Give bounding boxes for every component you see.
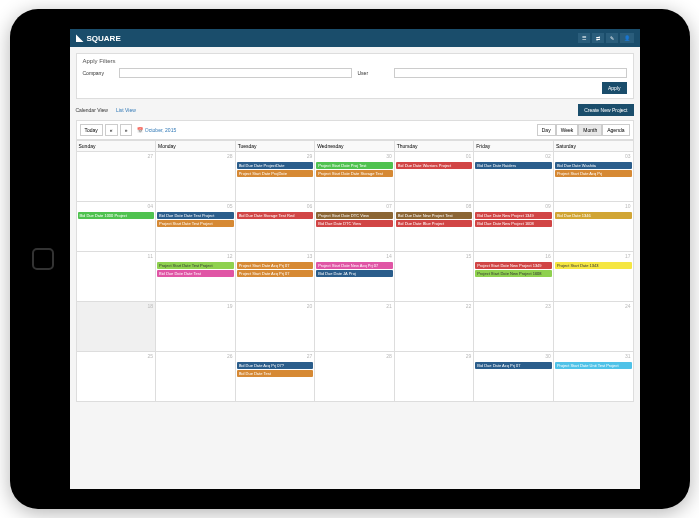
calendar-cell[interactable]: 29 bbox=[394, 352, 474, 402]
calendar-event[interactable]: Project Start Date Test Project bbox=[157, 220, 234, 227]
day-number: 17 bbox=[625, 253, 631, 259]
create-project-button[interactable]: Create New Project bbox=[578, 104, 633, 116]
company-input[interactable] bbox=[119, 68, 352, 78]
calendar-cell[interactable]: 31Project Start Date Unit Test Project bbox=[553, 352, 633, 402]
calendar-cell[interactable]: 01Bid Due Date Warriors Project bbox=[394, 152, 474, 202]
calendar-cell[interactable]: 15 bbox=[394, 252, 474, 302]
day-number: 31 bbox=[625, 353, 631, 359]
company-label: Company bbox=[83, 70, 113, 76]
calendar-event[interactable]: Bid Due Date Acq Prj 07 bbox=[475, 362, 552, 369]
header-icon-3[interactable]: ✎ bbox=[606, 33, 618, 43]
app-screen: SQUARE ☰ ⇄ ✎ 👤 Apply Filters Company Use… bbox=[70, 29, 640, 489]
calendar-event[interactable]: Project Start Date Acq Prj 07 bbox=[237, 262, 314, 269]
month-view-button[interactable]: Month bbox=[578, 124, 602, 136]
header-icon-4[interactable]: 👤 bbox=[620, 33, 634, 43]
calendar-cell[interactable]: 04Bid Due Date 1000 Project bbox=[76, 202, 156, 252]
calendar-cell[interactable]: 20 bbox=[235, 302, 315, 352]
calendar-cell[interactable]: 24 bbox=[553, 302, 633, 352]
calendar-cell[interactable]: 12Project Start Date Test ProjectBid Due… bbox=[156, 252, 236, 302]
calendar-cell[interactable]: 30Bid Due Date Acq Prj 07 bbox=[474, 352, 554, 402]
calendar-event[interactable]: Project Start Date New Project 1608 bbox=[475, 270, 552, 277]
calendar-cell[interactable]: 13Project Start Date Acq Prj 07Project S… bbox=[235, 252, 315, 302]
calendar-cell[interactable]: 06Bid Due Date Storage Test Red bbox=[235, 202, 315, 252]
day-number: 20 bbox=[307, 303, 313, 309]
calendar-event[interactable]: Project Start Date DTC View bbox=[316, 212, 393, 219]
prev-button[interactable]: « bbox=[105, 124, 118, 136]
calendar-cell[interactable]: 02Bid Due Date Raiders bbox=[474, 152, 554, 202]
calendar-event[interactable]: Bid Due Date Raiders bbox=[475, 162, 552, 169]
calendar-event[interactable]: Project Start Date Acq Prj bbox=[555, 170, 632, 177]
tab-list[interactable]: List View bbox=[116, 107, 136, 113]
calendar-cell[interactable]: 27Bid Due Date Acq Prj 07?Bid Due Date T… bbox=[235, 352, 315, 402]
day-number: 28 bbox=[386, 353, 392, 359]
calendar-cell[interactable]: 22 bbox=[394, 302, 474, 352]
day-number: 28 bbox=[227, 153, 233, 159]
calendar-event[interactable]: Project Start Date Date Storage Test bbox=[316, 170, 393, 177]
calendar-cell[interactable]: 29Bid Due Date ProjectDateProject Start … bbox=[235, 152, 315, 202]
calendar-event[interactable]: Bid Due Date 1346 bbox=[555, 212, 632, 219]
calendar-event[interactable]: Bid Due Date ProjectDate bbox=[237, 162, 314, 169]
calendar-event[interactable]: Bid Due Date Blue Project bbox=[396, 220, 473, 227]
calendar-cell[interactable]: 05Bid Due Date Date Test ProjectProject … bbox=[156, 202, 236, 252]
tab-calendar[interactable]: Calendar View bbox=[76, 107, 108, 113]
day-number: 03 bbox=[625, 153, 631, 159]
calendar-event[interactable]: Project Start Date 1343 bbox=[555, 262, 632, 269]
today-button[interactable]: Today bbox=[80, 124, 103, 136]
tablet-frame: SQUARE ☰ ⇄ ✎ 👤 Apply Filters Company Use… bbox=[10, 9, 690, 509]
calendar-cell[interactable]: 25 bbox=[76, 352, 156, 402]
calendar-event[interactable]: Project Start Date ProjDate bbox=[237, 170, 314, 177]
calendar-event[interactable]: Project Start Date New Project 1349 bbox=[475, 262, 552, 269]
calendar-event[interactable]: Project Start Date Test Project bbox=[157, 262, 234, 269]
calendar-cell[interactable]: 11 bbox=[76, 252, 156, 302]
calendar-cell[interactable]: 10Bid Due Date 1346 bbox=[553, 202, 633, 252]
calendar-cell[interactable]: 26 bbox=[156, 352, 236, 402]
calendar-event[interactable]: Project Start Date New Acq Prj 07 bbox=[316, 262, 393, 269]
calendar-event[interactable]: Bid Due Date New Project 1608 bbox=[475, 220, 552, 227]
calendar-cell[interactable]: 28 bbox=[315, 352, 395, 402]
day-header: Thursday bbox=[394, 141, 474, 152]
day-view-button[interactable]: Day bbox=[537, 124, 556, 136]
calendar-event[interactable]: Bid Due Date Acq Prj 07? bbox=[237, 362, 314, 369]
calendar-cell[interactable]: 17Project Start Date 1343 bbox=[553, 252, 633, 302]
calendar-event[interactable]: Bid Due Date Date Test Project bbox=[157, 212, 234, 219]
agenda-view-button[interactable]: Agenda bbox=[602, 124, 629, 136]
calendar-cell[interactable]: 03Bid Due Date WashitaProject Start Date… bbox=[553, 152, 633, 202]
user-input[interactable] bbox=[394, 68, 627, 78]
app-header: SQUARE ☰ ⇄ ✎ 👤 bbox=[70, 29, 640, 47]
calendar-cell[interactable]: 28 bbox=[156, 152, 236, 202]
calendar-cell[interactable]: 19 bbox=[156, 302, 236, 352]
next-button[interactable]: » bbox=[120, 124, 133, 136]
calendar-cell[interactable]: 21 bbox=[315, 302, 395, 352]
calendar-event[interactable]: Project Start Date Proj Test bbox=[316, 162, 393, 169]
calendar-cell[interactable]: 14Project Start Date New Acq Prj 07Bid D… bbox=[315, 252, 395, 302]
apply-button[interactable]: Apply bbox=[602, 82, 627, 94]
filter-panel: Apply Filters Company User Apply bbox=[76, 53, 634, 99]
calendar-event[interactable]: Project Start Date Acq Prj 07 bbox=[237, 270, 314, 277]
calendar-event[interactable]: Project Start Date Unit Test Project bbox=[555, 362, 632, 369]
calendar-cell[interactable]: 23 bbox=[474, 302, 554, 352]
day-number: 14 bbox=[386, 253, 392, 259]
calendar-cell[interactable]: 27 bbox=[76, 152, 156, 202]
calendar-event[interactable]: Bid Due Date JA Proj bbox=[316, 270, 393, 277]
calendar-event[interactable]: Bid Due Date New Project 1349 bbox=[475, 212, 552, 219]
calendar-event[interactable]: Bid Due Date Warriors Project bbox=[396, 162, 473, 169]
calendar-cell[interactable]: 07Project Start Date DTC ViewBid Due Dat… bbox=[315, 202, 395, 252]
calendar-event[interactable]: Bid Due Date DTC View bbox=[316, 220, 393, 227]
calendar-cell[interactable]: 08Bid Due Date New Project TestBid Due D… bbox=[394, 202, 474, 252]
calendar-cell[interactable]: 09Bid Due Date New Project 1349Bid Due D… bbox=[474, 202, 554, 252]
calendar-event[interactable]: Bid Due Date New Project Test bbox=[396, 212, 473, 219]
day-number: 23 bbox=[545, 303, 551, 309]
week-view-button[interactable]: Week bbox=[556, 124, 579, 136]
calendar-event[interactable]: Bid Due Date Storage Test Red bbox=[237, 212, 314, 219]
calendar-event[interactable]: Bid Due Date 1000 Project bbox=[78, 212, 155, 219]
calendar-event[interactable]: Bid Due Date Date Test bbox=[157, 270, 234, 277]
calendar-event[interactable]: Bid Due Date Test bbox=[237, 370, 314, 377]
calendar-cell[interactable]: 16Project Start Date New Project 1349Pro… bbox=[474, 252, 554, 302]
calendar-event[interactable]: Bid Due Date Washita bbox=[555, 162, 632, 169]
home-button[interactable] bbox=[32, 248, 54, 270]
calendar-cell[interactable]: 18 bbox=[76, 302, 156, 352]
calendar-cell[interactable]: 30Project Start Date Proj TestProject St… bbox=[315, 152, 395, 202]
header-icon-2[interactable]: ⇄ bbox=[592, 33, 604, 43]
date-picker[interactable]: 📅 October, 2015 bbox=[137, 127, 176, 133]
header-icon-1[interactable]: ☰ bbox=[578, 33, 590, 43]
